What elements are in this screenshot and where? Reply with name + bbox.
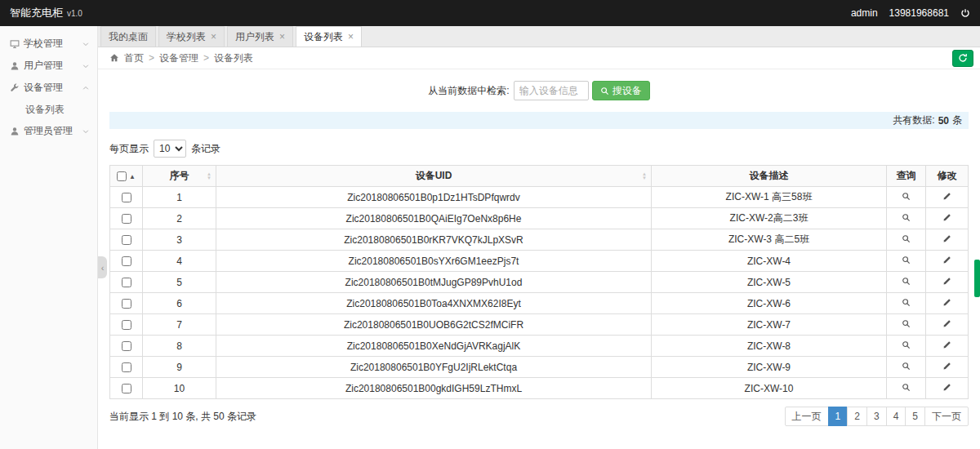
column-header-no[interactable]: 序号 ▲▼ — [143, 166, 216, 187]
row-select-cell — [110, 293, 143, 314]
tab-desktop[interactable]: 我的桌面 — [100, 26, 156, 47]
row-checkbox[interactable] — [122, 299, 131, 309]
breadcrumb-item[interactable]: 设备管理 — [159, 51, 198, 65]
row-number-cell: 10 — [143, 378, 216, 399]
close-icon[interactable]: × — [279, 32, 285, 42]
wrench-icon — [10, 83, 24, 93]
desktop-icon — [10, 39, 24, 49]
query-icon[interactable] — [902, 213, 911, 222]
table-row: 7Zic20180806501B0UOB6G2tCS2fMCiFRZIC-XW-… — [110, 314, 969, 336]
search-device-button[interactable]: 搜设备 — [592, 81, 650, 100]
edit-icon[interactable] — [942, 298, 951, 307]
breadcrumb-separator: > — [203, 52, 209, 64]
edit-icon[interactable] — [942, 362, 951, 371]
modify-cell — [926, 357, 969, 378]
column-header-uid[interactable]: 设备UID ▲▼ — [216, 166, 652, 187]
table-row: 6Zic20180806501B0Toa4XNXMX62I8EytZIC-XW-… — [110, 293, 969, 314]
edit-icon[interactable] — [942, 383, 951, 392]
search-section: 从当前数据中检索: 搜设备 — [98, 69, 980, 110]
sort-icons: ▲▼ — [207, 172, 212, 180]
breadcrumb-item[interactable]: 首页 — [124, 51, 144, 65]
column-header-desc: 设备描述 — [652, 166, 887, 187]
tab-label: 用户列表 — [235, 30, 274, 44]
device-desc-cell: ZIC-XW-3 高二5班 — [652, 229, 887, 251]
device-uid-cell: Zic20180806501B0YFgU2IjRLektCtqa — [216, 357, 652, 378]
sidebar-item-user[interactable]: 用户管理 — [0, 55, 97, 77]
edit-icon[interactable] — [942, 340, 951, 349]
row-number-cell: 9 — [143, 357, 216, 378]
row-checkbox[interactable] — [122, 278, 131, 287]
logout-icon[interactable] — [960, 8, 970, 18]
row-checkbox[interactable] — [122, 256, 131, 266]
next-page-button[interactable]: 下一页 — [924, 407, 969, 426]
close-icon[interactable]: × — [211, 32, 216, 42]
page-button-4[interactable]: 4 — [886, 407, 906, 426]
row-checkbox[interactable] — [122, 320, 131, 330]
refresh-button[interactable] — [952, 50, 973, 67]
modify-cell — [926, 272, 969, 293]
query-cell — [887, 208, 926, 229]
query-icon[interactable] — [902, 362, 911, 371]
edit-icon[interactable] — [942, 234, 951, 243]
modify-cell — [926, 378, 969, 399]
query-icon[interactable] — [902, 277, 911, 286]
select-all-header[interactable]: ▲ — [110, 166, 143, 187]
query-icon[interactable] — [902, 298, 911, 307]
query-icon[interactable] — [902, 234, 911, 243]
query-icon[interactable] — [902, 192, 911, 201]
edit-icon[interactable] — [942, 213, 951, 222]
sidebar-subitem-device-list[interactable]: 设备列表 — [0, 99, 97, 120]
page-size-row: 每页显示 10 条记录 — [109, 140, 969, 158]
row-checkbox[interactable] — [122, 362, 131, 372]
page-size-select[interactable]: 10 — [154, 140, 186, 158]
query-cell — [887, 272, 926, 293]
sort-asc-icon: ▲ — [129, 173, 136, 180]
search-input[interactable] — [514, 81, 589, 100]
search-label: 从当前数据中检索: — [428, 84, 509, 98]
tab-school-list[interactable]: 学校列表× — [158, 26, 225, 47]
row-checkbox[interactable] — [122, 214, 131, 224]
sidebar-item-admin[interactable]: 管理员管理 — [0, 120, 97, 142]
row-checkbox[interactable] — [122, 341, 131, 351]
tab-bar: 我的桌面学校列表×用户列表×设备列表× — [98, 26, 980, 47]
sidebar-item-label: 管理员管理 — [24, 124, 82, 138]
row-checkbox[interactable] — [122, 384, 131, 393]
query-cell — [887, 336, 926, 357]
query-icon[interactable] — [902, 256, 911, 265]
sidebar-collapse-handle[interactable]: ‹ — [98, 256, 107, 278]
tab-user-list[interactable]: 用户列表× — [227, 26, 293, 47]
page-button-1[interactable]: 1 — [828, 407, 849, 426]
page-button-2[interactable]: 2 — [847, 407, 867, 426]
row-checkbox[interactable] — [122, 193, 131, 202]
edit-icon[interactable] — [942, 319, 951, 328]
breadcrumb-items: 首页>设备管理>设备列表 — [124, 51, 253, 65]
row-select-cell — [110, 357, 143, 378]
device-desc-cell: ZIC-XW-9 — [652, 357, 887, 378]
edit-icon[interactable] — [942, 192, 951, 201]
scrollbar-thumb[interactable] — [974, 260, 980, 297]
username-text: admin — [851, 7, 878, 19]
close-icon[interactable]: × — [348, 32, 354, 42]
query-icon[interactable] — [902, 383, 911, 392]
query-icon[interactable] — [902, 319, 911, 328]
prev-page-button[interactable]: 上一页 — [785, 407, 829, 426]
sidebar-item-device[interactable]: 设备管理 — [0, 77, 97, 99]
sidebar-item-school[interactable]: 学校管理 — [0, 33, 97, 55]
user-icon — [10, 61, 24, 71]
query-icon[interactable] — [902, 340, 911, 349]
table-row: 10Zic20180806501B00gkdIGH59LzTHmxLZIC-XW… — [110, 378, 969, 399]
page-button-5[interactable]: 5 — [905, 407, 925, 426]
row-number-cell: 5 — [143, 272, 216, 293]
row-number-cell: 8 — [143, 336, 216, 357]
edit-icon[interactable] — [942, 277, 951, 286]
page-button-3[interactable]: 3 — [866, 407, 887, 426]
tab-label: 我的桌面 — [109, 30, 148, 44]
tab-device-list[interactable]: 设备列表× — [296, 26, 362, 47]
device-desc-cell: ZIC-XW-5 — [652, 272, 887, 293]
select-all-checkbox[interactable] — [117, 171, 127, 181]
device-table: ▲ 序号 ▲▼ 设备UID ▲▼ 设备描述 — [109, 165, 969, 399]
edit-icon[interactable] — [942, 256, 951, 265]
row-checkbox[interactable] — [122, 235, 131, 245]
row-number-cell: 2 — [143, 208, 216, 229]
query-cell — [887, 293, 926, 314]
